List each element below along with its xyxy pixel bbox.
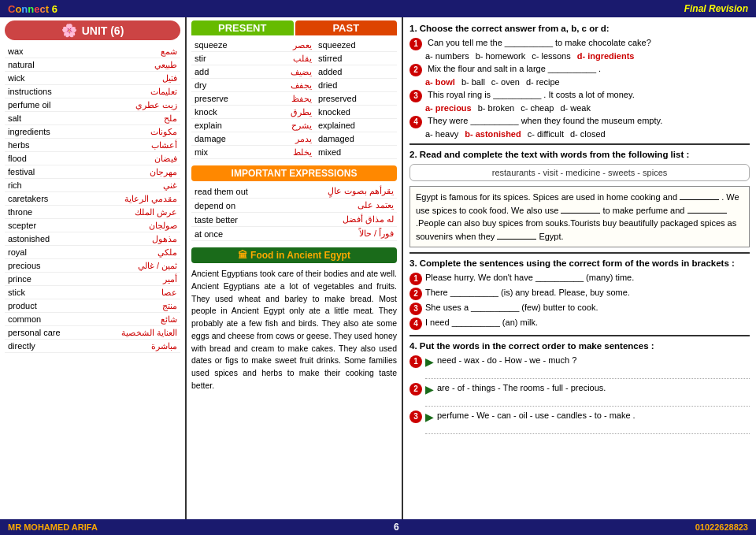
vocab-en: salt [5, 112, 90, 125]
section3-title: 3. Complete the sentences using the corr… [410, 258, 750, 268]
option: c- difficult [528, 129, 564, 139]
vocab-ar: زيت عطري [90, 98, 180, 112]
pp-past: explained [315, 119, 397, 132]
vocab-ar: ملكي [90, 246, 180, 259]
question-block: 1Can you tell me the __________ to make … [410, 38, 750, 61]
pp-row: mixيخلطmixed [191, 146, 397, 159]
vocab-en: directly [5, 340, 90, 353]
vocab-en: common [5, 313, 90, 326]
pp-present: add [191, 65, 265, 79]
pp-past: stirred [315, 52, 397, 65]
expr-row: at onceفوراً / حالاً [191, 227, 397, 241]
vocab-row: instructionsتعليمات [5, 85, 180, 98]
pp-present-ar: يدمر [265, 132, 315, 146]
vocab-ar: مهرجان [90, 165, 180, 179]
word-list-box: restaurants - visit - medicine - sweets … [410, 164, 750, 181]
pp-present-ar: يعصر [265, 39, 315, 52]
q-number: 3 [410, 303, 422, 315]
q-number: 3 [410, 90, 422, 102]
vocab-ar: أمير [90, 273, 180, 286]
important-expressions-title: IMPORTANT EXPRESSIONS [191, 165, 397, 181]
q-number: 3 [410, 411, 422, 423]
vocab-en: throne [5, 206, 90, 219]
vocab-row: perfume oilزيت عطري [5, 98, 180, 112]
vocab-en: festival [5, 165, 90, 179]
vocab-row: waxشمع [5, 45, 180, 58]
q-row: 1Can you tell me the __________ to make … [410, 38, 750, 50]
vocab-en: product [5, 299, 90, 313]
q-text: This royal ring is __________ . It costs… [428, 90, 635, 99]
expr-row: read them outيقرأهم بصوت عالٍ [191, 184, 397, 199]
pp-past: dried [315, 79, 397, 92]
vocab-en: flood [5, 152, 90, 165]
vocab-row: productمنتج [5, 299, 180, 313]
vocab-en: instructions [5, 85, 90, 98]
q-number: 2 [410, 383, 422, 396]
vocab-en: precious [5, 259, 90, 273]
vocab-en: royal [5, 246, 90, 259]
expressions-table: read them outيقرأهم بصوت عالٍdepend onيع… [191, 184, 397, 241]
option: d- recipe [526, 77, 560, 87]
option: b- ball [461, 77, 485, 87]
present-past-header: PRESENT PAST [191, 20, 397, 35]
pp-present-ar: يضيف [265, 65, 315, 79]
vocab-ar: أعشاب [90, 139, 180, 152]
q-text: She uses a __________ (few) butter to co… [425, 303, 598, 312]
vocab-row: richغني [5, 179, 180, 192]
vocab-row: wickفتيل [5, 72, 180, 85]
pp-row: squeezeيعصرsqueezed [191, 39, 397, 52]
section3-q: 3She uses a __________ (few) butter to c… [410, 303, 750, 315]
vocab-ar: عرش الملك [90, 206, 180, 219]
divider-1 [410, 143, 750, 145]
expr-en: depend on [191, 199, 284, 213]
vocab-row: stickعصا [5, 286, 180, 299]
pp-present: explain [191, 119, 265, 132]
vocab-ar: طبيعي [90, 58, 180, 72]
options-row: a- bowlb- ballc- ovend- recipe [425, 77, 750, 87]
q-text: They were __________ when they found the… [428, 116, 662, 125]
footer-right: 01022628823 [695, 522, 748, 532]
middle-column: PRESENT PAST squeezeيعصرsqueezedstirيقلب… [187, 17, 403, 535]
q-text: need - wax - do - How - we - much ? [437, 355, 576, 365]
pp-past: added [315, 65, 397, 79]
section1-title: 1. Choose the correct answer from a, b, … [410, 24, 750, 33]
question-block: 4They were __________ when they found th… [410, 116, 750, 139]
vocab-ar: فيضان [90, 152, 180, 165]
vocab-en: natural [5, 58, 90, 72]
divider-3 [410, 335, 750, 336]
section3-questions: 1Please hurry. We don't have __________ … [410, 273, 750, 330]
vocab-ar: العناية الشخصية [90, 326, 180, 340]
header-subtitle: Final Revision [684, 3, 748, 14]
pp-present-ar: يجفف [265, 79, 315, 92]
q-number: 4 [410, 318, 422, 330]
vocab-en: wick [5, 72, 90, 85]
pp-past: preserved [315, 92, 397, 106]
q-row: 4They were __________ when they found th… [410, 116, 750, 128]
vocab-row: throneعرش الملك [5, 206, 180, 219]
pp-row: stirيقلبstirred [191, 52, 397, 65]
pp-present: preserve [191, 92, 265, 106]
arrow-icon: ▶ [425, 383, 434, 396]
q-number: 1 [410, 355, 422, 368]
options-row: a- heavyb- astonishedc- difficultd- clos… [425, 129, 750, 139]
section3-q: 1Please hurry. We don't have __________ … [410, 273, 750, 285]
option: b- homework [476, 51, 526, 61]
vocab-en: personal care [5, 326, 90, 340]
expr-ar: له مذاق أفضل [284, 213, 397, 227]
vocab-en: prince [5, 273, 90, 286]
vocab-ar: مقدمي الرعاية [90, 192, 180, 206]
q-text: are - of - things - The rooms - full - p… [437, 383, 606, 392]
q-text: There __________ (is) any bread. Please,… [425, 288, 630, 297]
option: c- cheap [521, 103, 554, 113]
present-past-table: squeezeيعصرsqueezedstirيقلبstirredaddيضي… [191, 39, 397, 159]
vocab-row: herbsأعشاب [5, 139, 180, 152]
vocab-row: saltملح [5, 112, 180, 125]
section3-q: 4I need __________ (an) milk. [410, 318, 750, 330]
vocab-ar: مباشرة [90, 340, 180, 353]
q-number: 1 [410, 273, 422, 285]
vocab-row: naturalطبيعي [5, 58, 180, 72]
vocab-row: preciousثمين / غالي [5, 259, 180, 273]
q-text: Mix the flour and salt in a large ______… [428, 64, 601, 73]
section4-q: 3▶perfume - We - can - oil - use - candl… [410, 411, 750, 434]
vocab-ar: فتيل [90, 72, 180, 85]
